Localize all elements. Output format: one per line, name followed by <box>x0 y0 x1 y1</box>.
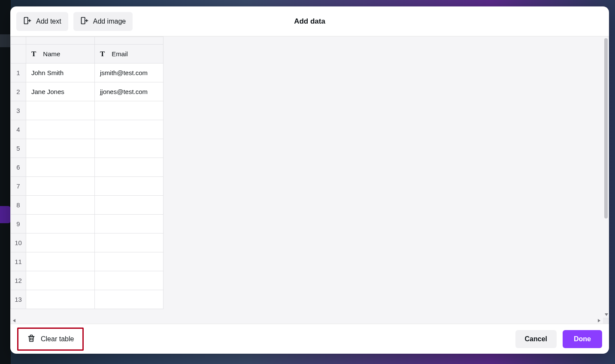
cell-name[interactable] <box>26 290 95 309</box>
cell-email[interactable] <box>95 252 164 271</box>
text-type-icon: T <box>100 50 105 58</box>
add-text-label: Add text <box>36 18 61 25</box>
svg-rect-3 <box>81 17 85 24</box>
cell-email[interactable] <box>95 177 164 196</box>
table-row: 5 <box>11 139 164 158</box>
cell-name[interactable] <box>26 252 95 271</box>
row-number[interactable]: 9 <box>11 215 26 234</box>
done-button[interactable]: Done <box>563 330 602 348</box>
add-image-label: Add image <box>93 18 126 25</box>
trash-icon <box>27 334 36 344</box>
table-row: 9 <box>11 215 164 234</box>
cell-email[interactable] <box>95 215 164 234</box>
done-label: Done <box>574 335 591 343</box>
add-data-modal: Add text Add image Add data <box>10 6 609 354</box>
cell-email[interactable]: jjones@test.com <box>95 82 164 101</box>
cell-email[interactable]: jsmith@test.com <box>95 64 164 82</box>
clear-table-button[interactable]: Clear table <box>19 330 82 349</box>
add-image-button[interactable]: Add image <box>73 12 133 31</box>
spreadsheet-area[interactable]: T Name T Email 1John Smithjsmith@test.co <box>10 36 603 318</box>
cell-name[interactable] <box>26 177 95 196</box>
row-number[interactable]: 1 <box>11 64 26 82</box>
table-row: 7 <box>11 177 164 196</box>
cell-name[interactable] <box>26 120 95 139</box>
table-row: 1John Smithjsmith@test.com <box>11 64 164 82</box>
cell-email[interactable] <box>95 196 164 215</box>
cell-name[interactable] <box>26 158 95 177</box>
cancel-button[interactable]: Cancel <box>515 330 557 348</box>
vertical-scrollbar[interactable] <box>603 36 609 318</box>
row-number[interactable]: 3 <box>11 101 26 120</box>
add-column-icon <box>80 16 89 27</box>
modal-body: T Name T Email 1John Smithjsmith@test.co <box>10 36 609 324</box>
cell-email[interactable] <box>95 120 164 139</box>
header-rownum <box>11 45 26 64</box>
cell-name[interactable] <box>26 139 95 158</box>
row-number[interactable]: 4 <box>11 120 26 139</box>
cell-name[interactable]: Jane Jones <box>26 82 95 101</box>
column-letter-row <box>11 37 164 45</box>
column-letter-b[interactable] <box>95 37 164 45</box>
column-header-row: T Name T Email <box>11 45 164 64</box>
row-number[interactable]: 6 <box>11 158 26 177</box>
cell-name[interactable]: John Smith <box>26 64 95 82</box>
scroll-down-icon[interactable] <box>605 313 608 316</box>
add-column-icon <box>23 16 32 27</box>
table-row: 10 <box>11 234 164 252</box>
scroll-right-icon[interactable] <box>598 319 600 322</box>
corner-cell[interactable] <box>11 37 26 45</box>
data-table: T Name T Email 1John Smithjsmith@test.co <box>10 36 164 309</box>
text-type-icon: T <box>31 50 36 58</box>
column-label: Name <box>43 50 60 58</box>
cell-email[interactable] <box>95 101 164 120</box>
row-number[interactable]: 13 <box>11 290 26 309</box>
cell-name[interactable] <box>26 196 95 215</box>
modal-header: Add text Add image Add data <box>10 6 609 36</box>
column-letter-a[interactable] <box>26 37 95 45</box>
horizontal-scrollbar[interactable] <box>10 318 603 324</box>
background-sidebar <box>0 0 11 364</box>
clear-table-highlight: Clear table <box>17 328 84 351</box>
scroll-corner <box>603 318 609 324</box>
row-number[interactable]: 7 <box>11 177 26 196</box>
cell-name[interactable] <box>26 271 95 290</box>
cell-email[interactable] <box>95 158 164 177</box>
table-row: 8 <box>11 196 164 215</box>
cell-email[interactable] <box>95 271 164 290</box>
cell-email[interactable] <box>95 139 164 158</box>
row-number[interactable]: 11 <box>11 252 26 271</box>
row-number[interactable]: 2 <box>11 82 26 101</box>
row-number[interactable]: 10 <box>11 234 26 252</box>
row-number[interactable]: 12 <box>11 271 26 290</box>
column-header-name[interactable]: T Name <box>26 45 95 64</box>
scroll-left-icon[interactable] <box>13 319 15 322</box>
table-row: 2Jane Jonesjjones@test.com <box>11 82 164 101</box>
cell-name[interactable] <box>26 215 95 234</box>
row-number[interactable]: 8 <box>11 196 26 215</box>
table-row: 11 <box>11 252 164 271</box>
column-label: Email <box>112 50 128 58</box>
add-text-button[interactable]: Add text <box>16 12 68 31</box>
table-row: 12 <box>11 271 164 290</box>
cancel-label: Cancel <box>525 335 547 343</box>
cell-email[interactable] <box>95 234 164 252</box>
column-header-email[interactable]: T Email <box>95 45 164 64</box>
cell-name[interactable] <box>26 101 95 120</box>
scroll-thumb[interactable] <box>604 38 608 218</box>
clear-table-label: Clear table <box>41 335 74 343</box>
svg-rect-0 <box>24 17 28 24</box>
table-row: 4 <box>11 120 164 139</box>
table-row: 6 <box>11 158 164 177</box>
cell-name[interactable] <box>26 234 95 252</box>
table-row: 3 <box>11 101 164 120</box>
table-row: 13 <box>11 290 164 309</box>
modal-footer: Clear table Cancel Done <box>10 324 609 354</box>
row-number[interactable]: 5 <box>11 139 26 158</box>
cell-email[interactable] <box>95 290 164 309</box>
